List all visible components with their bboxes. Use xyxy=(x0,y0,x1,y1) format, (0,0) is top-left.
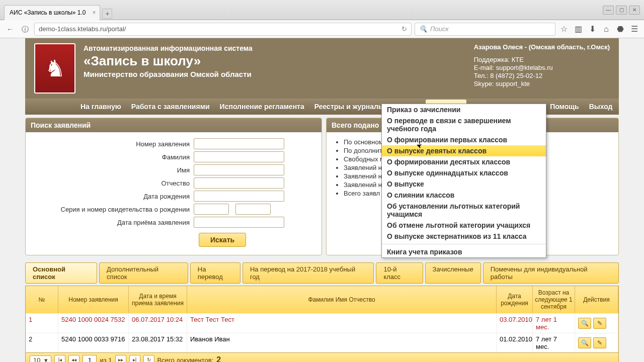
label-num: Номер заявления xyxy=(33,140,194,148)
chevron-down-icon: ▾ xyxy=(44,356,48,363)
th-age: Возраст на следующее 1 сентября xyxy=(533,286,575,313)
new-tab-button[interactable]: + xyxy=(102,9,112,19)
close-window-icon[interactable]: ✕ xyxy=(629,6,640,15)
library-icon[interactable]: ▥ xyxy=(573,24,584,35)
cell-date: 23.08.2017 15:32 xyxy=(129,333,187,352)
input-lastname[interactable] xyxy=(194,151,284,162)
search-button[interactable]: Искать xyxy=(199,233,246,247)
menu-item-0[interactable]: На главную xyxy=(75,100,126,114)
menu-item-8[interactable]: Помощь xyxy=(545,100,584,114)
edit-button[interactable]: ✎ xyxy=(593,318,606,329)
pager-refresh-button[interactable]: ↻ xyxy=(143,355,154,362)
email-value[interactable]: support@ktelabs.ru xyxy=(496,64,553,71)
label-dob: Дата рождения xyxy=(33,193,194,200)
dropdown-item-7[interactable]: О слиянии классов xyxy=(382,190,546,201)
download-icon[interactable]: ⬇ xyxy=(587,24,598,35)
dropdown-item-2[interactable]: О формировании первых классов xyxy=(382,134,546,145)
tab-0[interactable]: Основной список xyxy=(25,262,97,284)
search-panel: Поиск заявлений Номер заявления Фамилия … xyxy=(25,118,322,255)
dropdown-item-5[interactable]: О выпуске одиннадцатых классов xyxy=(382,167,546,178)
cell-age: 7 лет 1 мес. xyxy=(533,314,575,333)
url-input[interactable]: demo-1class.ktelabs.ru/portal/ ↻ xyxy=(34,23,412,36)
browser-tab[interactable]: АИС «Запись в школы» 1.0 × xyxy=(4,5,100,20)
browser-url-bar-row: ← ⓘ demo-1class.ktelabs.ru/portal/ ↻ 🔍 П… xyxy=(0,20,644,38)
tab-5[interactable]: Зачисленные xyxy=(425,262,481,284)
edit-button[interactable]: ✎ xyxy=(593,337,606,348)
dropdown-item-0[interactable]: Приказ о зачислении xyxy=(382,104,546,115)
dropdown-item-10[interactable]: О выпуске экстернатников из 11 класса xyxy=(382,231,546,242)
email-label: E-mail: xyxy=(474,64,494,71)
page-header: ♞ Автоматизированная информационная сист… xyxy=(25,38,619,99)
menu-item-3[interactable]: Реестры и журналы xyxy=(309,100,389,114)
cell-num: 5240 1000 0024 7532 xyxy=(58,314,129,333)
close-icon[interactable]: × xyxy=(92,9,96,16)
pager-total: 2 xyxy=(216,355,221,362)
cell-age: 7 лет 7 мес. xyxy=(533,333,575,352)
dropdown-item-8[interactable]: Об установлении льготных категорий учащи… xyxy=(382,201,546,220)
back-icon[interactable]: ← xyxy=(4,23,16,35)
dropdown-item-3[interactable]: О выпуске девятых классов xyxy=(382,145,546,156)
pager-last-button[interactable]: ▸| xyxy=(129,355,140,362)
dropdown-item-4[interactable]: О формировании десятых классов xyxy=(382,156,546,167)
input-cert-number[interactable] xyxy=(235,204,271,215)
th-num: Номер заявления xyxy=(58,286,129,313)
cell-dob: 03.07.2010 xyxy=(497,314,533,333)
menu-item-9[interactable]: Выход xyxy=(584,100,618,114)
th-n: № xyxy=(26,286,58,313)
menu-item-2[interactable]: Исполнение регламента xyxy=(215,100,309,114)
input-application-date[interactable] xyxy=(194,217,284,228)
input-patronymic[interactable] xyxy=(194,177,284,189)
input-cert-series[interactable] xyxy=(194,204,229,215)
cell-num: 5240 1000 0033 9716 xyxy=(58,333,129,352)
star-icon[interactable]: ☆ xyxy=(558,24,570,35)
label-patr: Отчество xyxy=(33,179,194,187)
menu-item-1[interactable]: Работа с заявлениями xyxy=(126,100,215,114)
dropdown-item-1[interactable]: О переводе в связи с завершением учебног… xyxy=(382,115,546,134)
result-tabs: Основной списокДополнительный списокНа п… xyxy=(25,262,619,284)
label-app-date: Дата приёма заявления xyxy=(33,219,194,226)
search-icon: 🔍 xyxy=(419,25,427,33)
info-icon[interactable]: ⓘ xyxy=(19,23,31,35)
browser-search-input[interactable]: 🔍 Поиск xyxy=(415,23,555,36)
tab-1[interactable]: Дополнительный список xyxy=(99,262,188,284)
skype-value: support_kte xyxy=(496,80,530,87)
minimize-icon[interactable]: — xyxy=(603,6,614,15)
th-fio: Фамилия Имя Отчество xyxy=(187,286,497,313)
header-line3: Министерство образования Омской области xyxy=(84,70,253,78)
tel-value: 8 (4872) 25-02-12 xyxy=(490,72,542,79)
pager-next-button[interactable]: ▸▸ xyxy=(115,355,126,362)
pager-page-input[interactable] xyxy=(83,355,97,362)
page-size-select[interactable]: 10▾ xyxy=(30,355,51,363)
tab-6[interactable]: Помечены для индивидуальной работы xyxy=(483,262,619,284)
view-button[interactable]: 🔍 xyxy=(578,337,591,348)
tab-2[interactable]: На перевод xyxy=(190,262,240,284)
input-firstname[interactable] xyxy=(194,164,284,175)
dropdown-item-6[interactable]: О выпуске xyxy=(382,178,546,190)
pager-total-label: Всего документов: xyxy=(157,356,214,363)
label-cert: Серия и номер свидетельства о рождении xyxy=(33,206,194,213)
pager-first-button[interactable]: |◂ xyxy=(54,355,65,362)
tab-3[interactable]: На перевод на 2017-2018 учебный год xyxy=(243,262,374,284)
input-application-number[interactable] xyxy=(194,138,284,149)
table-row[interactable]: 25240 1000 0033 971623.08.2017 15:32Иван… xyxy=(26,333,618,352)
home-icon[interactable]: ⌂ xyxy=(601,24,612,35)
cell-date: 06.07.2017 10:24 xyxy=(129,314,187,333)
refresh-icon[interactable]: ↻ xyxy=(401,25,407,33)
table-header: № Номер заявления Дата и время приема за… xyxy=(26,286,618,313)
browser-tab-bar: АИС «Запись в школы» 1.0 × + — ▢ ✕ xyxy=(0,0,644,20)
dropdown-item-12[interactable]: Книга учета приказов xyxy=(382,246,546,257)
pager-prev-button[interactable]: ◂◂ xyxy=(68,355,79,362)
tab-title: АИС «Запись в школы» 1.0 xyxy=(10,9,86,16)
dropdown-item-9[interactable]: Об отмене льготной категории учащихся xyxy=(382,220,546,231)
tab-4[interactable]: 10-й класс xyxy=(376,262,423,284)
maximize-icon[interactable]: ▢ xyxy=(616,6,627,15)
menu-icon[interactable]: ☰ xyxy=(629,24,640,35)
input-dob[interactable] xyxy=(194,191,284,202)
pager-of: из 1 xyxy=(100,356,112,363)
pocket-icon[interactable]: ⬣ xyxy=(615,24,626,35)
cell-n: 1 xyxy=(26,314,58,333)
cell-fio: Тест Тест Тест xyxy=(187,314,497,333)
table-row[interactable]: 15240 1000 0024 753206.07.2017 10:24Тест… xyxy=(26,313,618,333)
view-button[interactable]: 🔍 xyxy=(578,318,591,329)
tel-label: Тел.: xyxy=(474,72,489,79)
